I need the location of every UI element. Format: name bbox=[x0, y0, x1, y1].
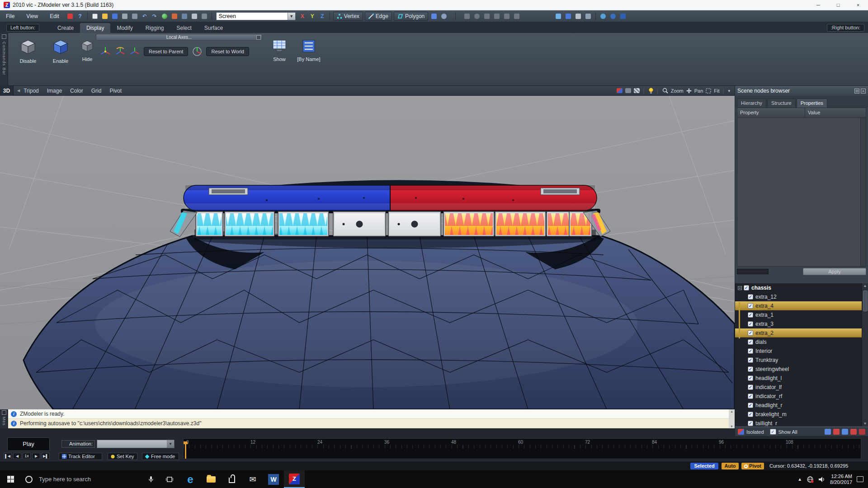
by-name-button[interactable]: [By Name] bbox=[294, 36, 324, 70]
export-icon[interactable] bbox=[130, 12, 139, 20]
visibility-checkbox[interactable]: ✓ bbox=[748, 385, 753, 390]
tree-node[interactable]: ✓indicator_lf bbox=[735, 383, 868, 392]
screen-mode-combo[interactable]: Screen ▼ bbox=[216, 12, 296, 20]
select-tool-icon[interactable] bbox=[429, 12, 439, 20]
messages-scrollbar[interactable]: ▲▼ bbox=[729, 409, 735, 428]
isolated-button[interactable]: Isolated bbox=[746, 429, 764, 435]
tree-node[interactable]: ✓extra_1 bbox=[735, 310, 868, 319]
pivot-badge[interactable]: Pivot bbox=[741, 463, 764, 469]
texture-icon[interactable] bbox=[180, 12, 189, 20]
show-all-button[interactable]: Show All bbox=[778, 429, 797, 435]
axes-icon[interactable] bbox=[99, 46, 111, 57]
tree-node[interactable]: ✓taillight_r bbox=[735, 419, 868, 426]
pan-label[interactable]: Pan bbox=[694, 88, 703, 94]
wireframe-mode-icon[interactable] bbox=[625, 88, 631, 93]
maximize-button[interactable]: □ bbox=[828, 0, 848, 10]
panel-dock-icon[interactable]: ⊡ bbox=[854, 89, 859, 94]
camera-icon[interactable] bbox=[599, 12, 608, 20]
combo-arrow-icon[interactable]: ▼ bbox=[288, 13, 295, 20]
track-editor-button[interactable]: Track Editor bbox=[59, 453, 102, 460]
step-back-icon[interactable]: ◀ bbox=[13, 453, 21, 459]
open-file-icon[interactable] bbox=[100, 12, 109, 20]
visibility-checkbox[interactable]: ✓ bbox=[744, 285, 749, 291]
axes-orbit-icon[interactable] bbox=[115, 46, 126, 57]
snap-tool-icon[interactable] bbox=[502, 12, 511, 20]
tab-properties[interactable]: Properties bbox=[797, 99, 827, 108]
animation-dropdown[interactable]: ▼ bbox=[97, 440, 175, 448]
playback-speed[interactable]: 1x bbox=[23, 453, 31, 459]
viewport-menu-image[interactable]: Image bbox=[47, 88, 62, 94]
tree-node[interactable]: ✓headlight_r bbox=[735, 401, 868, 410]
vertex-mode-button[interactable]: Vertex bbox=[333, 12, 363, 21]
zoom-label[interactable]: Zoom bbox=[671, 88, 684, 94]
textured-mode-icon[interactable] bbox=[634, 88, 640, 93]
footer-tool-icon-5[interactable] bbox=[859, 429, 865, 435]
start-button[interactable] bbox=[0, 470, 21, 488]
task-view-button[interactable] bbox=[159, 470, 180, 488]
apply-button[interactable]: Apply bbox=[803, 268, 866, 275]
reset-to-parent-button[interactable]: Reset to Parent bbox=[144, 47, 188, 56]
group-expand-icon[interactable] bbox=[256, 35, 261, 40]
disable-button[interactable]: Disable bbox=[14, 36, 42, 70]
panel-close-icon[interactable]: × bbox=[861, 89, 866, 94]
lasso-tool-icon[interactable] bbox=[439, 12, 448, 20]
taskbar-search[interactable]: Type here to search bbox=[39, 476, 143, 483]
ribbon-tab-create[interactable]: Create bbox=[51, 23, 80, 33]
save-icon[interactable] bbox=[110, 12, 119, 20]
redo-icon[interactable]: ↷ bbox=[150, 12, 159, 20]
tree-scrollbar[interactable]: ▲▼ bbox=[862, 283, 868, 426]
enable-button[interactable]: Enable bbox=[46, 36, 75, 70]
visibility-checkbox[interactable]: ✓ bbox=[748, 321, 753, 327]
axes-world-icon[interactable] bbox=[192, 46, 203, 57]
help-icon[interactable]: ? bbox=[75, 12, 85, 20]
search-mic-button[interactable] bbox=[143, 470, 159, 488]
viewport-3d-canvas[interactable] bbox=[0, 96, 735, 409]
menu-file[interactable]: File bbox=[0, 13, 20, 19]
tree-node[interactable]: ✓extra_12 bbox=[735, 292, 868, 301]
go-to-end-icon[interactable]: ▶▌ bbox=[42, 453, 50, 459]
tree-node[interactable]: ✓brakelight_m bbox=[735, 410, 868, 419]
minimize-button[interactable]: ─ bbox=[808, 0, 828, 10]
paint-icon[interactable] bbox=[170, 12, 179, 20]
step-forward-icon[interactable]: ▶ bbox=[32, 453, 40, 459]
tab-structure[interactable]: Structure bbox=[767, 99, 796, 108]
tab-hierarchy[interactable]: Hierarchy bbox=[737, 99, 766, 108]
action-center-icon[interactable] bbox=[857, 476, 863, 482]
tree-node-selected[interactable]: ✓extra_2 bbox=[735, 328, 868, 338]
timeline-ruler[interactable]: 0 12 24 36 48 60 72 84 96 108 bbox=[183, 438, 861, 459]
footer-tool-icon-2[interactable] bbox=[833, 429, 840, 435]
ribbon-tab-surface[interactable]: Surface bbox=[198, 23, 229, 33]
pin-tool-icon[interactable] bbox=[512, 12, 521, 20]
taskbar-app-store[interactable] bbox=[222, 470, 242, 488]
align-tool-icon[interactable] bbox=[492, 12, 501, 20]
taskbar-app-mail[interactable]: ✉ bbox=[242, 470, 263, 488]
visibility-checkbox[interactable]: ✓ bbox=[748, 366, 753, 372]
visibility-checkbox[interactable]: ✓ bbox=[748, 403, 753, 408]
move-tool-icon[interactable] bbox=[462, 12, 472, 20]
ribbon-tab-display[interactable]: Display bbox=[80, 23, 110, 33]
modified-flag-icon[interactable] bbox=[66, 12, 75, 20]
visibility-checkbox[interactable]: ✓ bbox=[748, 375, 753, 381]
measure-tool-icon[interactable] bbox=[574, 12, 583, 20]
fit-icon[interactable] bbox=[706, 88, 711, 94]
scale-tool-icon[interactable] bbox=[482, 12, 491, 20]
pan-icon[interactable] bbox=[686, 88, 692, 94]
axis-y-icon[interactable]: Y bbox=[308, 12, 317, 20]
axis-x-icon[interactable]: X bbox=[298, 12, 307, 20]
ruler-tool-icon[interactable] bbox=[584, 12, 593, 20]
auto-badge[interactable]: Auto bbox=[722, 463, 739, 469]
scrollbar-thumb[interactable] bbox=[863, 291, 868, 311]
tree-node[interactable]: ✓dials bbox=[735, 338, 868, 347]
tree-node[interactable]: ✓Interior bbox=[735, 347, 868, 356]
visibility-checkbox[interactable]: ✓ bbox=[748, 330, 753, 336]
go-to-start-icon[interactable]: ▌◀ bbox=[4, 453, 12, 459]
collapse-icon[interactable]: − bbox=[738, 286, 742, 290]
fit-label[interactable]: Fit bbox=[714, 88, 719, 94]
grid-snap-icon[interactable] bbox=[190, 12, 199, 20]
tray-chevron-icon[interactable]: ▲ bbox=[797, 477, 802, 482]
tree-node[interactable]: ✓extra_3 bbox=[735, 319, 868, 328]
viewport-menu-grid[interactable]: Grid bbox=[91, 88, 102, 94]
viewport-options-dropdown-icon[interactable]: ▾ bbox=[728, 89, 730, 93]
edge-mode-button[interactable]: Edge bbox=[365, 12, 392, 21]
taskbar-app-edge[interactable]: e bbox=[180, 470, 201, 488]
